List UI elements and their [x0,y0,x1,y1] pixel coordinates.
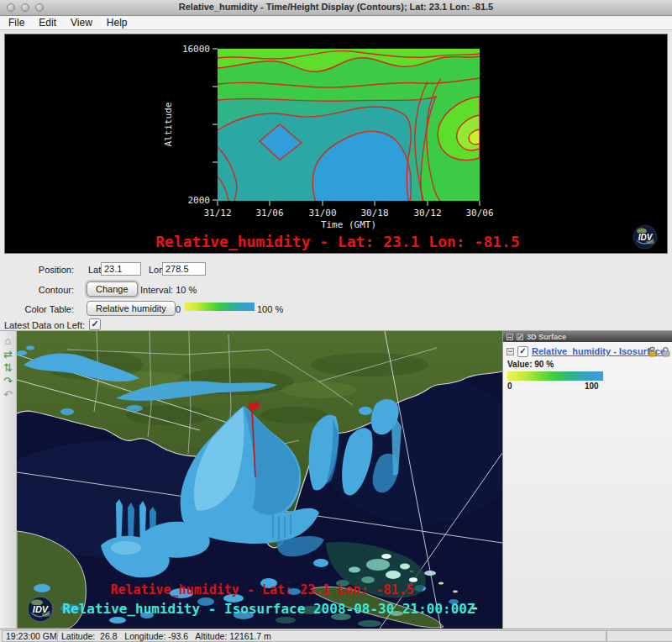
menu-bar: File Edit View Help [0,16,672,30]
latest-data-checkbox[interactable]: ✓ [89,318,101,330]
interval-text: Interval: 10 % [140,285,197,295]
menu-help[interactable]: Help [107,17,128,29]
pan-vertical-icon[interactable]: ⇅ [3,362,13,373]
map-canvas[interactable]: Relative_humidity - Lat: 23.1 Lon: -81.5… [17,331,502,629]
legend-header-title: 3D Surface [527,333,566,341]
menu-view[interactable]: View [71,17,92,29]
contour-plot-area [218,49,480,203]
idv-logo-text: IDV [33,604,50,614]
status-cursor-position: Latitude: 26.8 Longitude: -93.6 Altitude… [57,630,606,642]
color-scale-gradient [185,303,255,311]
contour-label: Contour: [25,285,74,295]
time-height-chart-panel: 16000 2000 Altitude 31/12 31/06 31/00 30… [4,34,668,254]
viewpoint-toolbar: ⌂ ⇄ ⇅ ↷ ↶ [0,330,17,629]
idv-logo-map: IDV [28,597,53,622]
x-tick-2: 31/06 [255,208,283,218]
status-time: 19:23:00 GMT [2,630,62,642]
redo-view-icon[interactable]: ↷ [3,376,13,387]
isosurface-value-text: Value: 90 % [507,360,672,369]
x-tick-4: 30/18 [360,208,388,218]
legend-scale: 0 100 [507,382,603,391]
contour-chart-canvas: 16000 2000 Altitude 31/12 31/06 31/00 30… [5,34,667,253]
status-extra [606,630,672,642]
legend-color-bar[interactable] [507,371,603,381]
window-titlebar: Relative_humidity - Time/Height Display … [0,0,672,16]
item-collapse-icon[interactable]: − [507,348,514,355]
status-bar: 19:23:00 GMT Latitude: 26.8 Longitude: -… [0,629,672,642]
color-scale-max: 100 % [257,304,283,314]
home-view-icon[interactable]: ⌂ [5,335,12,346]
legend-item-row: − ✓ Relative_humidity - Isosurface [507,345,672,357]
x-tick-5: 30/12 [413,208,441,218]
lon-input[interactable] [162,262,206,276]
menu-edit[interactable]: Edit [39,17,56,29]
pan-horizontal-icon[interactable]: ⇄ [3,349,13,360]
chart-title: Relative_humidity - Lat: 23.1 Lon: -81.5 [155,233,519,250]
idv-logo-chart: IDV [633,225,657,249]
map-label-isosurface: Relative_humidity - Isosurface 2008-08-3… [62,601,475,617]
undo-view-icon[interactable]: ↶ [3,389,13,400]
y-tick-bottom: 2000 [188,195,211,206]
app-window: { "window": { "title": "Relative_humidit… [0,0,672,642]
x-tick-1: 31/12 [203,208,231,218]
legend-scale-max: 100 [585,382,599,391]
lock-icon[interactable] [648,346,658,357]
window-title: Relative_humidity - Time/Height Display … [0,2,672,12]
isosurface-display-link[interactable]: Relative_humidity - Isosurface [532,346,665,356]
legend-header-checkbox[interactable]: ✓ [517,334,523,340]
remove-lock-icon[interactable] [660,346,670,357]
x-tick-6: 30/06 [465,208,493,218]
item-visibility-checkbox[interactable]: ✓ [517,346,528,357]
color-scale-min: 0 [171,304,181,314]
map-label-position: Relative_humidity - Lat: 23.1 Lon: -81.5 [110,582,413,597]
idv-logo-text: IDV [638,233,654,242]
contour-change-button[interactable]: Change [87,282,138,297]
y-axis-label: Altitude [163,103,174,147]
x-tick-3: 31/00 [308,208,336,218]
x-axis-label: Time (GMT) [321,219,376,230]
legend-panel: − ✓ 3D Surface − ✓ Relative_humidity - I… [502,330,672,629]
latest-data-label: Latest Data on Left: [4,320,85,330]
legend-header[interactable]: − ✓ 3D Surface [503,331,672,342]
menu-file[interactable]: File [8,17,24,29]
color-table-label: Color Table: [17,304,74,314]
map-3d-view[interactable]: Relative_humidity - Lat: 23.1 Lon: -81.5… [17,330,502,629]
position-label: Position: [25,265,74,275]
color-table-button[interactable]: Relative humidity [87,301,176,316]
legend-scale-min: 0 [507,382,512,391]
legend-collapse-icon[interactable]: − [507,334,513,340]
y-tick-top: 16000 [182,44,210,55]
lat-input[interactable] [101,262,141,276]
